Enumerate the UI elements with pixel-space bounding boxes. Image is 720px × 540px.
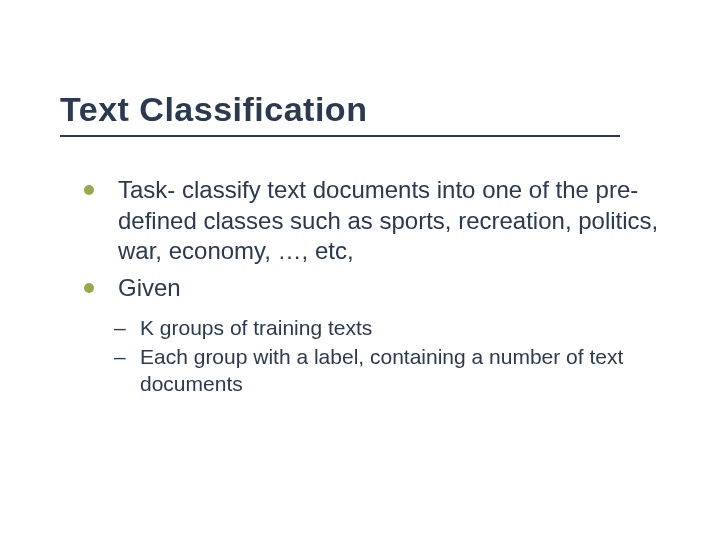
slide: Text Classification Task- classify text … (0, 0, 720, 540)
dash-icon: – (114, 343, 126, 370)
bullet-dot-icon (84, 185, 94, 195)
subbullet-list: – K groups of training texts – Each grou… (60, 314, 680, 398)
bullet-text: Given (118, 274, 181, 301)
bullet-text: Task- classify text documents into one o… (118, 176, 658, 264)
bullet-list: Task- classify text documents into one o… (60, 175, 680, 304)
bullet-item: Task- classify text documents into one o… (80, 175, 680, 267)
bullet-dot-icon (84, 283, 94, 293)
slide-title: Text Classification (60, 90, 680, 129)
dash-icon: – (114, 314, 126, 341)
bullet-item: Given (80, 273, 680, 304)
subbullet-text: Each group with a label, containing a nu… (140, 345, 623, 395)
subbullet-item: – K groups of training texts (114, 314, 680, 341)
title-underline (60, 135, 620, 137)
subbullet-item: – Each group with a label, containing a … (114, 343, 680, 398)
subbullet-text: K groups of training texts (140, 316, 372, 339)
